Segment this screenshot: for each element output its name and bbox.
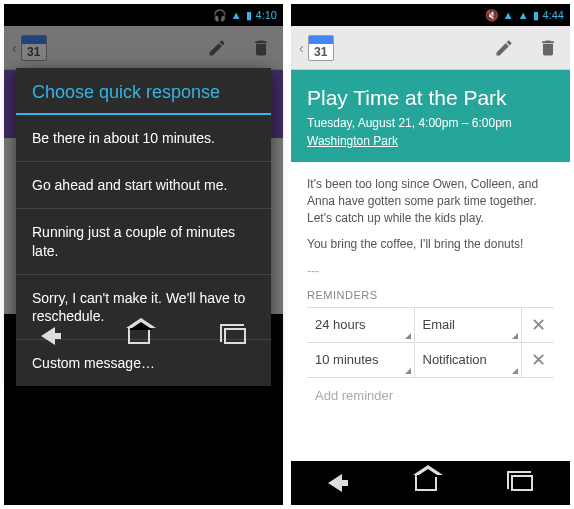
dialog-item[interactable]: Running just a couple of minutes late.: [16, 209, 271, 274]
body-text: It's been too long since Owen, Colleen, …: [307, 177, 538, 208]
phone-right: 🔇 ▲ ▲ ▮ 4:44 ‹ 31 Play Time at the Park …: [291, 4, 570, 505]
status-bar: 🎧 ▲ ▮ 4:10: [4, 4, 283, 26]
status-bar: 🔇 ▲ ▲ ▮ 4:44: [291, 4, 570, 26]
battery-icon: ▮: [246, 9, 252, 22]
event-header: Play Time at the Park Tuesday, August 21…: [291, 70, 570, 162]
reminder-time-spinner[interactable]: 10 minutes: [307, 343, 415, 377]
body-text: You bring the coffee, I'll bring the don…: [307, 236, 554, 253]
edit-icon[interactable]: [203, 34, 231, 62]
dialog-item[interactable]: Go ahead and start without me.: [16, 162, 271, 209]
action-bar: ‹ 31: [291, 26, 570, 70]
up-caret-icon[interactable]: ‹: [12, 40, 17, 56]
battery-icon: ▮: [533, 9, 539, 22]
trash-icon[interactable]: [247, 34, 275, 62]
event-content: Play Time at the Park Tuesday, August 21…: [291, 70, 570, 461]
nav-home-icon[interactable]: [128, 328, 150, 344]
body-text: Let's catch up while the kids play.: [307, 211, 484, 225]
reminder-time-spinner[interactable]: 24 hours: [307, 308, 415, 342]
reminder-row: 24 hours Email ✕: [307, 307, 554, 343]
remove-reminder-icon[interactable]: ✕: [522, 348, 554, 373]
reminder-method-spinner[interactable]: Email: [415, 308, 523, 342]
dialog-item[interactable]: Custom message…: [16, 340, 271, 386]
nav-home-icon[interactable]: [415, 475, 437, 491]
nav-back-icon[interactable]: [328, 474, 342, 492]
signal-icon: ▲: [518, 9, 529, 21]
remove-reminder-icon[interactable]: ✕: [522, 313, 554, 338]
status-time: 4:44: [543, 9, 564, 21]
nav-back-icon[interactable]: [41, 327, 55, 345]
wifi-icon: ▲: [503, 9, 514, 21]
nav-bar: [291, 461, 570, 505]
action-bar: ‹ 31: [4, 26, 283, 70]
edit-icon[interactable]: [490, 34, 518, 62]
status-time: 4:10: [256, 9, 277, 21]
reminder-row: 10 minutes Notification ✕: [307, 342, 554, 378]
reminders-label: REMINDERS: [307, 288, 554, 303]
event-body: It's been too long since Owen, Colleen, …: [291, 162, 570, 430]
calendar-app-icon[interactable]: 31: [21, 35, 47, 61]
nav-recent-icon[interactable]: [224, 328, 246, 344]
signal-icon: ▲: [231, 9, 242, 21]
dialog-item[interactable]: Be there in about 10 minutes.: [16, 115, 271, 162]
reminder-method-spinner[interactable]: Notification: [415, 343, 523, 377]
trash-icon[interactable]: [534, 34, 562, 62]
headset-icon: 🎧: [213, 9, 227, 22]
up-caret-icon[interactable]: ‹: [299, 40, 304, 56]
event-location[interactable]: Washington Park: [307, 134, 554, 148]
nav-recent-icon[interactable]: [511, 475, 533, 491]
mute-icon: 🔇: [485, 9, 499, 22]
phone-left: 🎧 ▲ ▮ 4:10 ‹ 31 Mo: [4, 4, 283, 505]
event-title: Play Time at the Park: [307, 86, 554, 110]
event-datetime: Tuesday, August 21, 4:00pm – 6:00pm: [307, 116, 554, 130]
dialog-title: Choose quick response: [16, 68, 271, 115]
divider: ---: [307, 263, 554, 280]
calendar-app-icon[interactable]: 31: [308, 35, 334, 61]
add-reminder-button[interactable]: Add reminder: [307, 377, 554, 415]
